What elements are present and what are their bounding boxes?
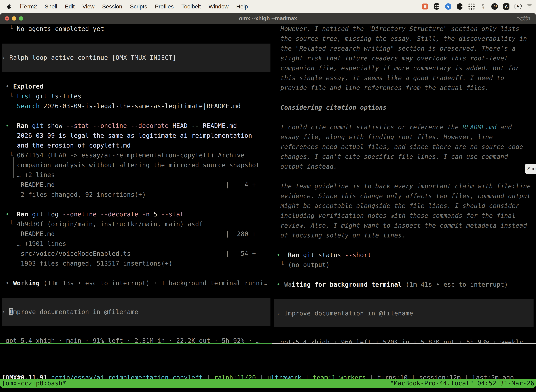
menu-item-edit[interactable]: Edit bbox=[65, 3, 75, 10]
shield-icon[interactable] bbox=[433, 3, 440, 10]
tree-connector bbox=[13, 157, 14, 178]
terminal-line: └ 4b9d30f (origin/main, instructkr/main,… bbox=[2, 219, 272, 229]
terminal-line: essay file, along with finding root file… bbox=[277, 132, 536, 142]
count-badge-icon[interactable]: ..61 bbox=[491, 3, 498, 10]
dots-grid-icon[interactable] bbox=[468, 3, 475, 10]
terminal-line bbox=[277, 112, 536, 122]
menu-item-iterm2[interactable]: iTerm2 bbox=[20, 3, 37, 10]
terminal-line: might be acceptable alongside the file l… bbox=[277, 201, 536, 211]
record-icon[interactable] bbox=[456, 3, 463, 10]
terminal-line: 2 files changed, 92 insertions(+) bbox=[2, 190, 272, 200]
window-shortcut: ⌥⌘1 bbox=[517, 15, 531, 22]
menu-bar-left: iTerm2ShellEditViewSessionScriptsProfile… bbox=[0, 3, 248, 10]
terminal-line: └ (no output) bbox=[277, 260, 536, 270]
prompt-box[interactable]: › Ralph loop active continue [OMX_TMUX_I… bbox=[2, 44, 270, 72]
terminal-line: provide file and line references from th… bbox=[277, 83, 536, 93]
terminal-line bbox=[277, 240, 536, 250]
terminal-line: • Ran git status --short bbox=[277, 250, 536, 260]
terminal-line: output instead. bbox=[277, 162, 536, 171]
terminal-line: gpt-5.4 xhigh · main · 91% left · 2.31M … bbox=[2, 336, 272, 343]
terminal-line: • Ran git log --oneline --decorate -n 5 … bbox=[2, 209, 272, 219]
menu-item-shell[interactable]: Shell bbox=[45, 3, 57, 10]
menu-item-toolbelt[interactable]: Toolbelt bbox=[181, 3, 201, 10]
desktop: iTerm2ShellEditViewSessionScriptsProfile… bbox=[0, 0, 536, 392]
terminal-line: Considering citation options bbox=[277, 103, 536, 112]
terminal-line: └ No agents completed yet bbox=[2, 24, 272, 34]
terminal-line bbox=[2, 200, 272, 209]
terminal-line: slight risk that future readers may over… bbox=[277, 53, 536, 63]
menu-item-help[interactable]: Help bbox=[236, 3, 248, 10]
terminal-line: README.md | 4 + bbox=[2, 180, 272, 190]
terminal-line: this single essay, it seems like a good … bbox=[277, 73, 536, 83]
input-source-icon[interactable]: A bbox=[503, 3, 510, 10]
tmux-session-label[interactable]: [omx-cczip0:bash* bbox=[0, 380, 66, 387]
terminal-line: including verification notes with those … bbox=[277, 211, 536, 221]
wifi-icon[interactable] bbox=[526, 3, 533, 10]
battery-icon[interactable]: ϟ bbox=[515, 3, 521, 10]
menu-item-scripts[interactable]: Scripts bbox=[130, 3, 147, 10]
terminal-line: 2026-03-09-is-legal-the-same-as-legitima… bbox=[2, 131, 272, 140]
menu-item-window[interactable]: Window bbox=[209, 3, 229, 10]
terminal-line: evidence. Since this change only affects… bbox=[277, 191, 536, 201]
iterm-window: omx --xhigh --madmax ⌥⌘1 └ No agents com… bbox=[0, 13, 536, 388]
terminal-line: changes, I can't cite specific file line… bbox=[277, 152, 536, 162]
window-title: omx --xhigh --madmax bbox=[0, 15, 536, 22]
terminal-pane-right[interactable]: However, I noticed the "Directory Struct… bbox=[273, 24, 536, 343]
terminal-line bbox=[2, 111, 272, 121]
terminal-line: • Explored bbox=[2, 81, 272, 91]
terminal-line: gpt-5.4 xhigh · 96% left · 520K in · 5.8… bbox=[277, 337, 536, 343]
terminal-line: └ 067f154 (HEAD -> essay/ai-reimplementa… bbox=[2, 150, 272, 160]
terminal-line: companion analysis without altering the … bbox=[2, 160, 272, 170]
tmux-status-bar: [omx-cczip0:bash* "MacBook-Pro-44.local"… bbox=[0, 379, 536, 388]
terminal-line: However, I noticed the "Directory Struct… bbox=[277, 24, 536, 34]
prompt-line: › Improve documentation in @filename bbox=[2, 307, 270, 317]
terminal-line: The team guideline is to back every impo… bbox=[277, 181, 536, 191]
terminal-line: … +1901 lines bbox=[2, 239, 272, 249]
left-pane-border bbox=[0, 343, 272, 344]
terminal-line bbox=[277, 171, 536, 181]
badge-icon[interactable]: ϟ bbox=[445, 3, 452, 10]
menu-bar-status-icons: ϟ § ..61 A ϟ bbox=[422, 3, 536, 10]
terminal-line bbox=[277, 93, 536, 103]
screenshot-icon[interactable] bbox=[422, 3, 428, 10]
terminal-line: • Waiting for background terminal (1m 41… bbox=[277, 280, 536, 289]
screen-tooltip[interactable]: Scre bbox=[525, 164, 536, 174]
menu-item-session[interactable]: Session bbox=[102, 3, 122, 10]
terminal-line: … +2 lines bbox=[2, 170, 272, 180]
terminal-line: the "Related research writing" section i… bbox=[277, 44, 536, 53]
terminal-pane-left[interactable]: └ No agents completed yet› Ralph loop ac… bbox=[0, 24, 272, 343]
terminal-line: companion file, especially if more comme… bbox=[277, 63, 536, 73]
terminal-line: and-the-erosion-of-copyleft.md bbox=[2, 140, 272, 150]
menu-item-profiles[interactable]: Profiles bbox=[155, 3, 174, 10]
terminal-line: 1903 files changed, 513517 insertions(+) bbox=[2, 258, 272, 268]
right-pane-border bbox=[273, 343, 536, 344]
terminal-line: └ List git ls-files bbox=[2, 91, 272, 101]
apple-icon[interactable] bbox=[7, 4, 12, 9]
prompt-box[interactable]: › Improve documentation in @filename bbox=[2, 298, 270, 326]
terminal-line: • Working (11m 13s • esc to interrupt) ·… bbox=[2, 278, 272, 288]
prompt-line: › Improve documentation in @filename bbox=[277, 308, 534, 318]
terminal-line: src/voice/voiceModeEnabled.ts | 54 + bbox=[2, 249, 272, 258]
title-bar[interactable]: omx --xhigh --madmax ⌥⌘1 bbox=[0, 13, 536, 24]
terminal-line: README.md | 280 + bbox=[2, 229, 272, 239]
terminal-line: of focusing solely on file lines. bbox=[277, 230, 536, 240]
terminal-line: the source tree, missing the essay. Stil… bbox=[277, 34, 536, 44]
screen-tooltip-label: Scre bbox=[527, 166, 536, 172]
terminal-line: review. Also, I might want to inspect th… bbox=[277, 221, 536, 230]
terminal-line: references need actual files, and since … bbox=[277, 142, 536, 152]
menu-item-view[interactable]: View bbox=[82, 3, 94, 10]
terminal-line: • Ran git show --stat --oneline --decora… bbox=[2, 121, 272, 131]
tmux-host-clock: "MacBook-Pro-44.local" 04:52 31-Mar-26 bbox=[390, 380, 536, 387]
prompt-line: › Ralph loop active continue [OMX_TMUX_I… bbox=[2, 53, 270, 62]
terminal-line: Search 2026-03-09-is-legal-the-same-as-l… bbox=[2, 101, 272, 111]
terminal-line bbox=[277, 270, 536, 280]
terminal-line: I could cite commit statistics or refere… bbox=[277, 122, 536, 132]
hook-icon[interactable]: § bbox=[480, 3, 486, 10]
prompt-box[interactable]: › Improve documentation in @filename bbox=[274, 299, 534, 327]
terminal-line bbox=[2, 268, 272, 278]
menu-bar: iTerm2ShellEditViewSessionScriptsProfile… bbox=[0, 0, 536, 13]
